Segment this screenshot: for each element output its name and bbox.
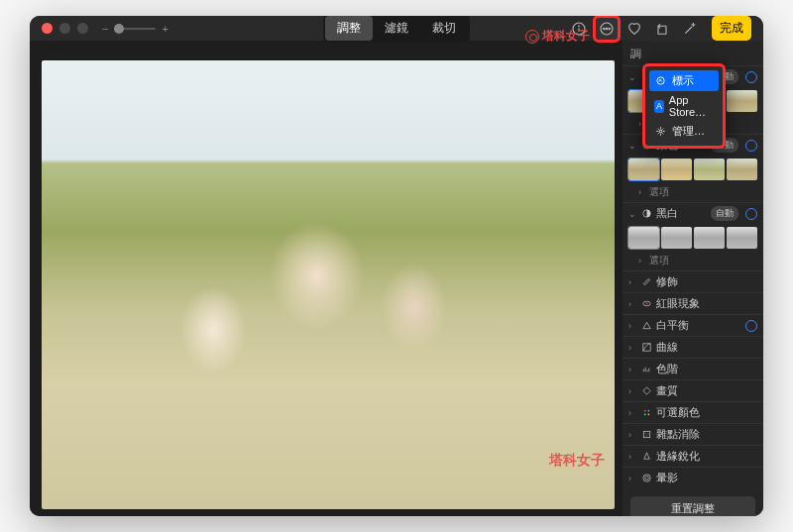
svg-point-18 — [647, 413, 649, 415]
levels-label: 色階 — [656, 362, 757, 376]
section-bw-header[interactable]: ⌄ 黑白 自動 — [623, 203, 763, 224]
done-button[interactable]: 完成 — [712, 16, 751, 41]
svg-point-13 — [645, 303, 647, 305]
auto-button-bw[interactable]: 自動 — [711, 206, 738, 221]
retouch-label: 修飾 — [656, 274, 757, 289]
chevron-down-icon: ⌄ — [628, 209, 636, 219]
bw-thumb-3[interactable] — [694, 227, 725, 249]
dropdown-appstore[interactable]: A App Store… — [649, 91, 719, 121]
color-thumb-2[interactable] — [661, 159, 692, 180]
toggle-ring-light[interactable] — [745, 71, 757, 83]
svg-point-16 — [647, 410, 649, 412]
dropdown-markup-label: 標示 — [672, 73, 694, 88]
section-levels[interactable]: ›色階 — [623, 359, 763, 379]
photos-edit-window: − + 調整 濾鏡 裁切 塔科女子 — [30, 16, 763, 516]
noise-icon — [640, 429, 652, 441]
noisereduction-label: 雜點消除 — [656, 427, 757, 442]
dots-icon — [640, 407, 652, 419]
section-noisereduction[interactable]: ›雜點消除 — [623, 424, 763, 445]
definition-icon — [640, 385, 652, 397]
minimize-window-button[interactable] — [59, 23, 70, 34]
wand-icon — [682, 21, 698, 37]
close-window-button[interactable] — [42, 23, 53, 34]
section-bw-label: 黑白 — [656, 206, 705, 221]
svg-point-26 — [659, 130, 662, 133]
section-selectivecolor[interactable]: ›可選顏色 — [623, 402, 763, 423]
svg-point-23 — [642, 475, 649, 481]
definition-label: 畫質 — [656, 383, 757, 398]
tab-adjust[interactable]: 調整 — [325, 16, 373, 41]
bw-thumbnails — [623, 224, 763, 252]
bw-thumb-1[interactable] — [628, 227, 659, 249]
triangle-icon — [640, 320, 652, 332]
color-options-label: 選項 — [649, 185, 669, 199]
svg-point-5 — [606, 28, 607, 29]
tab-filters[interactable]: 濾鏡 — [373, 16, 420, 41]
zoom-plus-icon: + — [162, 23, 168, 35]
rotate-button[interactable] — [650, 17, 674, 41]
fullscreen-window-button[interactable] — [77, 23, 88, 34]
section-sharpen[interactable]: ›邊緣銳化 — [623, 446, 763, 467]
section-retouch[interactable]: ›修飾 — [623, 271, 763, 292]
sharpen-label: 邊緣銳化 — [656, 449, 757, 464]
toggle-ring-wb[interactable] — [745, 320, 757, 332]
selectivecolor-label: 可選顏色 — [656, 405, 757, 420]
photo-preview[interactable]: 塔科女子 — [42, 60, 615, 509]
color-thumbnails — [623, 156, 763, 183]
bw-thumb-4[interactable] — [727, 227, 757, 249]
photo-watermark: 塔科女子 — [549, 452, 605, 470]
svg-rect-11 — [643, 278, 649, 284]
dropdown-manage[interactable]: 管理… — [649, 121, 719, 142]
whitebalance-label: 白平衡 — [656, 318, 738, 333]
curves-icon — [640, 342, 652, 354]
svg-point-21 — [647, 434, 648, 435]
color-thumb-3[interactable] — [694, 159, 725, 180]
light-thumb-4[interactable] — [727, 90, 757, 112]
color-options-row[interactable]: ›選項 — [623, 183, 763, 202]
color-thumb-1[interactable] — [628, 159, 659, 180]
section-redeye[interactable]: ›紅眼現象 — [623, 293, 763, 314]
rotate-icon — [654, 21, 670, 37]
dropdown-manage-label: 管理… — [672, 124, 705, 139]
zoom-slider[interactable]: − + — [102, 23, 169, 35]
color-thumb-4[interactable] — [727, 159, 757, 180]
favorite-button[interactable] — [623, 17, 646, 41]
chevron-down-icon: ⌄ — [628, 141, 636, 151]
edit-mode-tabs: 調整 濾鏡 裁切 — [323, 16, 470, 43]
chevron-down-icon: ⌄ — [628, 72, 636, 82]
bw-icon — [640, 208, 652, 220]
levels-icon — [640, 364, 652, 375]
svg-point-6 — [609, 28, 610, 29]
brand-text: 塔科女子 — [542, 28, 590, 45]
toggle-ring-bw[interactable] — [745, 208, 757, 220]
section-whitebalance[interactable]: ›白平衡 — [623, 315, 763, 336]
section-vignette[interactable]: ›暈影 — [623, 468, 763, 488]
gear-icon — [654, 125, 667, 138]
zoom-minus-icon: − — [102, 23, 108, 35]
svg-point-4 — [604, 28, 605, 29]
section-bw: ⌄ 黑白 自動 ›選項 — [623, 202, 763, 270]
section-definition[interactable]: ›畫質 — [623, 380, 763, 401]
window-controls — [42, 23, 88, 34]
curves-label: 曲線 — [656, 340, 757, 355]
sharpen-icon — [640, 451, 652, 463]
svg-rect-19 — [643, 431, 649, 437]
bw-options-row[interactable]: ›選項 — [623, 252, 763, 270]
dropdown-markup[interactable]: 標示 — [649, 70, 719, 91]
vignette-icon — [640, 473, 652, 484]
extensions-icon — [599, 21, 615, 37]
svg-point-15 — [643, 410, 645, 412]
extensions-button[interactable] — [595, 17, 619, 41]
watermark-brand: 塔科女子 — [525, 28, 590, 45]
extensions-dropdown: 標示 A App Store… 管理… — [642, 63, 726, 149]
svg-point-2 — [579, 26, 580, 27]
bw-thumb-2[interactable] — [661, 227, 692, 249]
svg-point-22 — [645, 435, 646, 436]
reset-adjustments-button[interactable]: 重置調整 — [630, 496, 755, 516]
toggle-ring-color[interactable] — [745, 140, 757, 152]
auto-enhance-button[interactable] — [678, 17, 702, 41]
titlebar: − + 調整 濾鏡 裁切 塔科女子 — [30, 16, 763, 41]
tab-crop[interactable]: 裁切 — [420, 16, 468, 41]
svg-point-17 — [643, 413, 645, 415]
section-curves[interactable]: ›曲線 — [623, 337, 763, 358]
